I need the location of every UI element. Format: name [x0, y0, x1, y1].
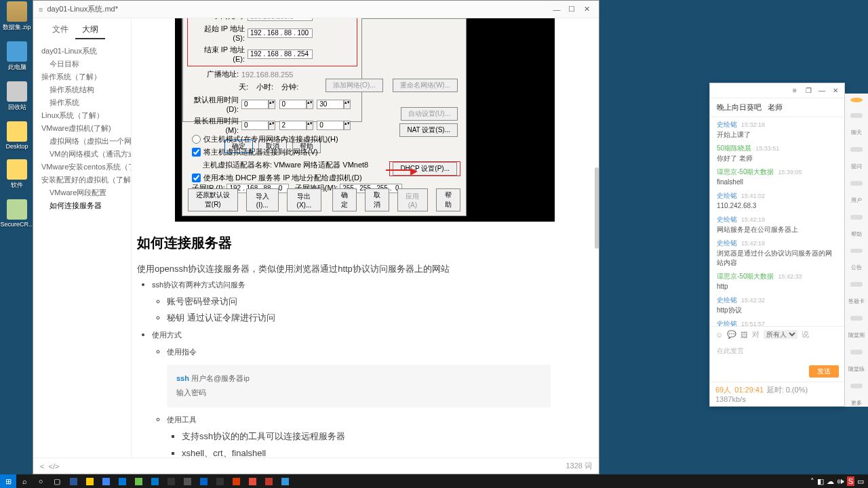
rename-network-button[interactable]: 重命名网络(W)...: [393, 79, 458, 92]
side-tab[interactable]: [850, 316, 863, 321]
chat-input[interactable]: 在此发言: [710, 342, 844, 365]
outline-node[interactable]: VM的网络模式（通讯方式）: [36, 148, 131, 161]
ok-button[interactable]: 确定: [332, 188, 357, 211]
taskbar-app[interactable]: [130, 474, 146, 488]
auto-settings-button[interactable]: 自动设置(U)...: [401, 107, 458, 121]
nav-back-icon[interactable]: <: [40, 462, 44, 470]
tray-notification-icon[interactable]: ▭: [857, 477, 864, 486]
help-button[interactable]: 帮助: [436, 188, 460, 211]
outline-node[interactable]: 操作系统（了解）: [36, 70, 131, 83]
editor-content: 子网掩码:255.255.255.0 起始 IP 地址(S): 结束 IP 地址…: [132, 18, 599, 458]
chat-close-button[interactable]: ✕: [829, 85, 842, 96]
export-button[interactable]: 导出(X)...: [287, 188, 321, 211]
outline-node[interactable]: 安装配置好的虚拟机（了解）: [36, 174, 131, 186]
outline-node[interactable]: Linux系统（了解）: [36, 109, 131, 122]
article-heading: 如何连接服务器: [137, 234, 551, 252]
taskbar-app[interactable]: [179, 474, 195, 488]
outline-node[interactable]: 操作系统: [36, 96, 131, 109]
send-button[interactable]: 发送: [809, 365, 839, 378]
end-ip-input[interactable]: [248, 49, 313, 59]
outline-node[interactable]: day01-Linux系统: [36, 45, 131, 58]
outline-node[interactable]: 虚拟网络（虚拟出一个网卡）: [36, 135, 131, 148]
desktop-icon[interactable]: SecureCR...: [0, 199, 34, 228]
emoji-icon[interactable]: ☺: [715, 331, 723, 339]
side-tab[interactable]: [850, 282, 863, 287]
outline-node[interactable]: VMware安装centos系统（了解）: [36, 161, 131, 174]
taskbar-app[interactable]: [244, 474, 260, 488]
taskview-icon[interactable]: ▢: [49, 474, 65, 488]
minimize-button[interactable]: —: [550, 3, 564, 16]
cortana-icon[interactable]: ○: [33, 474, 49, 488]
taskbar-app[interactable]: [65, 474, 81, 488]
taskbar-app[interactable]: [195, 474, 212, 488]
taskbar-app[interactable]: [228, 474, 244, 488]
start-ip-input[interactable]: [248, 28, 313, 38]
taskbar-app[interactable]: [146, 474, 163, 488]
maximize-button[interactable]: ☐: [565, 3, 578, 16]
subnet-mask-label: 子网掩码:: [193, 18, 245, 21]
taskbar-app[interactable]: [114, 474, 130, 488]
close-button[interactable]: ✕: [580, 3, 593, 16]
system-tray[interactable]: ˄ ◧ ☁ 🕪 S ▭: [810, 476, 868, 486]
lease-days[interactable]: [241, 100, 269, 109]
subnet-mask-value: 255.255.255.0: [248, 18, 313, 21]
cancel-button[interactable]: 取消: [365, 188, 389, 211]
side-tab[interactable]: [850, 147, 863, 152]
outline-node[interactable]: 操作系统结构: [36, 83, 131, 96]
image-icon[interactable]: 🖼: [741, 331, 748, 339]
chat-titlebar: ≡ ❐ — ✕: [710, 83, 844, 98]
recipient-select[interactable]: 所有人: [764, 330, 797, 339]
scrollbar-thumb[interactable]: [595, 167, 599, 249]
taskbar-app[interactable]: [98, 474, 114, 488]
code-view-icon[interactable]: </>: [49, 462, 60, 470]
taskbar-app[interactable]: [260, 474, 277, 488]
chat-icon[interactable]: 💬: [727, 330, 736, 339]
taskbar-app[interactable]: [277, 474, 293, 488]
chat-avatar-icon[interactable]: [850, 98, 863, 102]
import-button[interactable]: 导入(I)...: [246, 188, 279, 211]
lease-hours[interactable]: [279, 100, 307, 109]
desktop-icon[interactable]: Desktop: [0, 121, 34, 150]
dhcp-settings-button[interactable]: DHCP 设置(P)...: [393, 162, 457, 176]
outline-node[interactable]: 如何连接服务器: [36, 199, 131, 212]
outline-node[interactable]: 今日目标: [36, 58, 131, 70]
host-only-radio[interactable]: [192, 135, 201, 144]
lease-min[interactable]: [317, 100, 344, 109]
side-tab[interactable]: [850, 384, 863, 388]
end-ip-label: 结束 IP 地址(E):: [193, 45, 245, 63]
outline-node[interactable]: VMware网段配置: [36, 186, 131, 199]
connect-host-checkbox[interactable]: [192, 148, 201, 157]
side-tab[interactable]: [850, 249, 863, 253]
tab-file[interactable]: 文件: [45, 21, 75, 39]
apply-button[interactable]: 应用(A): [397, 188, 428, 211]
taskbar[interactable]: ⊞ ⌕ ○ ▢ ˄ ◧ ☁ 🕪 S ▭: [0, 474, 868, 488]
tray-ime-icon[interactable]: S: [847, 476, 854, 486]
add-network-button[interactable]: 添加网络(O)...: [326, 79, 383, 92]
start-button[interactable]: ⊞: [0, 474, 16, 488]
side-tab[interactable]: [850, 113, 863, 118]
tray-icon[interactable]: ◧: [817, 477, 824, 486]
side-tab[interactable]: [850, 181, 863, 186]
tray-chevron-icon[interactable]: ˄: [810, 477, 814, 486]
chat-messages[interactable]: 史绘铭15:32:18开始上课了50期陈晓晨15:33:51你好了 老师谭思京-…: [710, 117, 844, 326]
tab-outline[interactable]: 大纲: [75, 21, 105, 39]
chat-restore-button[interactable]: ❐: [802, 85, 814, 96]
restore-button[interactable]: 还原默认设置(R): [188, 188, 238, 211]
taskbar-app[interactable]: [81, 474, 98, 488]
taskbar-app[interactable]: [163, 474, 179, 488]
outline-node[interactable]: VMware虚拟机(了解): [36, 122, 131, 135]
outline-tree: day01-Linux系统今日目标操作系统（了解）操作系统结构操作系统Linux…: [33, 45, 131, 212]
desktop-icon[interactable]: 此电脑: [0, 41, 34, 72]
tray-icon[interactable]: ☁: [827, 477, 834, 486]
desktop-icon[interactable]: 数据集.zip: [0, 1, 34, 32]
chat-menu-icon[interactable]: ≡: [789, 85, 801, 96]
search-icon[interactable]: ⌕: [16, 474, 33, 488]
side-tab[interactable]: [850, 350, 863, 354]
editor-window: ≡ day01-Linux系统.md* — ☐ ✕ 文件 大纲 day01-Li…: [33, 0, 599, 474]
taskbar-app[interactable]: [212, 474, 228, 488]
tray-icon[interactable]: 🕪: [837, 477, 844, 485]
chat-minimize-button[interactable]: —: [816, 85, 828, 96]
desktop-icon[interactable]: 回收站: [0, 81, 34, 112]
side-tab[interactable]: [850, 215, 863, 220]
desktop-icon[interactable]: 软件: [0, 159, 34, 190]
